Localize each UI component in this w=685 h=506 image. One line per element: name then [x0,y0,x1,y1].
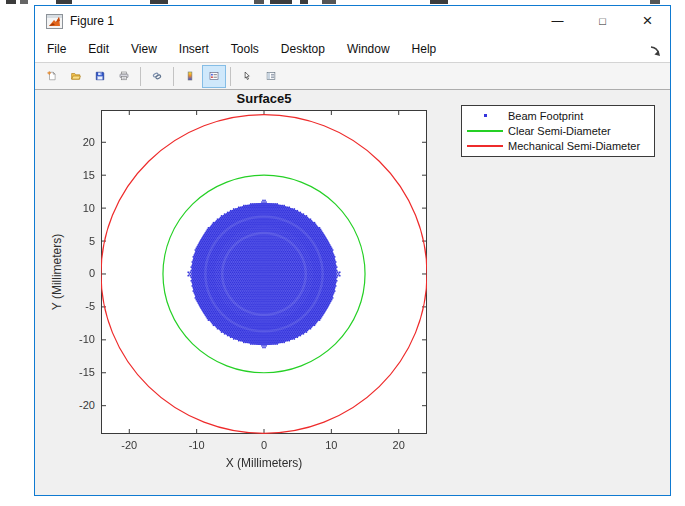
menu-item-view[interactable]: View [120,38,168,60]
desktop-background: Figure 1 — □ × FileEditViewInsertToolsDe… [0,0,685,506]
insert-legend-icon[interactable] [202,65,226,88]
property-inspector-icon[interactable] [259,65,283,88]
toolbar-separator [140,67,141,86]
x-tick-label: 0 [261,439,267,451]
title-bar[interactable]: Figure 1 — □ × [35,6,670,36]
y-tick-label: 0 [53,267,95,279]
x-axis-label: X (Millimeters) [101,456,427,470]
beam-footprint-marker [484,114,487,117]
menu-bar: FileEditViewInsertToolsDesktopWindowHelp [35,36,670,62]
figure-window: Figure 1 — □ × FileEditViewInsertToolsDe… [34,5,671,496]
y-tick-label: 15 [53,169,95,181]
legend-item-mechanical-semi-diameter[interactable]: Mechanical Semi-Diameter [462,139,654,154]
print-figure-icon[interactable] [112,65,136,88]
axes-overlay [101,110,427,434]
menu-item-window[interactable]: Window [336,38,401,60]
clear-semi-diameter-marker [467,130,503,132]
toolbar-separator [230,67,231,86]
new-figure-icon[interactable] [40,65,64,88]
window-title: Figure 1 [70,14,114,28]
x-tick-label: 20 [393,439,405,451]
matlab-figure-icon [46,14,63,29]
mechanical-semi-diameter-marker [467,145,503,147]
legend-item-beam-footprint[interactable]: Beam Footprint [462,108,654,123]
legend-label: Beam Footprint [508,110,583,122]
menu-item-edit[interactable]: Edit [77,38,120,60]
dock-figure-icon[interactable] [649,43,661,55]
x-tick-label: -10 [189,439,205,451]
open-file-icon[interactable] [64,65,88,88]
maximize-button[interactable]: □ [580,6,625,36]
menu-item-desktop[interactable]: Desktop [270,38,336,60]
y-tick-label: -10 [53,333,95,345]
toolbar-separator [173,67,174,86]
save-figure-icon[interactable] [88,65,112,88]
x-tick-label: 10 [325,439,337,451]
y-tick-label: -15 [53,366,95,378]
y-tick-label: 5 [53,235,95,247]
toolbar [35,62,670,90]
legend-label: Mechanical Semi-Diameter [508,140,640,152]
menu-item-file[interactable]: File [36,38,77,60]
legend[interactable]: Beam Footprint Clear Semi-Diameter Mecha… [461,105,655,157]
y-tick-label: -20 [53,399,95,411]
y-tick-label: 10 [53,202,95,214]
menu-item-insert[interactable]: Insert [168,38,220,60]
chart-title: Surface5 [101,91,427,106]
legend-label: Clear Semi-Diameter [508,125,611,137]
figure-canvas: Surface5 X (Millimeters) Y (Millimeters)… [35,90,670,495]
plot-axes [101,110,427,434]
menu-item-tools[interactable]: Tools [220,38,270,60]
close-button[interactable]: × [625,6,670,36]
x-tick-label: -20 [121,439,137,451]
insert-colorbar-icon[interactable] [178,65,202,88]
edit-plot-icon[interactable] [235,65,259,88]
y-tick-label: -5 [53,300,95,312]
y-tick-label: 20 [53,136,95,148]
menu-item-help[interactable]: Help [401,38,448,60]
legend-item-clear-semi-diameter[interactable]: Clear Semi-Diameter [462,123,654,138]
minimize-button[interactable]: — [535,6,580,36]
link-plot-icon[interactable] [145,65,169,88]
